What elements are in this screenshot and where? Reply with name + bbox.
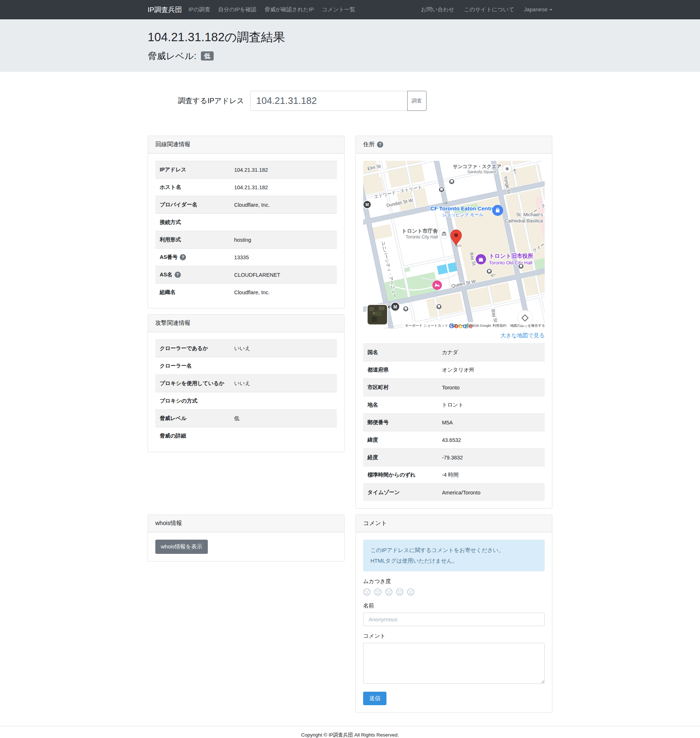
angry-face-icon[interactable] (374, 588, 382, 596)
nav-item-ip-lookup[interactable]: IPの調査 (188, 6, 210, 13)
table-row: IPアドレス104.21.31.182 (155, 161, 337, 179)
table-row: プロバイダー名Cloudflare, Inc. (155, 196, 337, 214)
map-terms-link[interactable]: 利用規約 (492, 323, 506, 328)
comment-info-line1: このIPアドレスに関するコメントをお寄せください。 (371, 545, 537, 555)
google-map[interactable]: Elm St エドワード・ストリート Dundas St W Yonge St … (363, 161, 545, 329)
poi-label-cityhall-ja: トロント市庁舎 (402, 228, 438, 234)
nav-item-threat-ips[interactable]: 脅威が確認されたIP (264, 6, 314, 13)
row-label: 脅威の詳細 (155, 427, 230, 445)
poi-label-stmichaels-1: St. Michael's (516, 212, 543, 217)
annoyance-rating (363, 588, 545, 596)
show-whois-button[interactable]: whois情報を表示 (155, 540, 208, 554)
nav-item-comments[interactable]: コメント一覧 (322, 6, 355, 13)
left-column: 回線関連情報 IPアドレス104.21.31.182 ホスト名104.21.31… (142, 136, 350, 452)
language-dropdown[interactable]: Japanese (524, 6, 552, 12)
satellite-layer-toggle[interactable] (367, 304, 388, 325)
row-value: -79.3832 (437, 449, 545, 466)
table-row: 緯度43.6532 (363, 431, 545, 449)
poi-label-stmichaels-2: Cathedral Basilica (504, 218, 543, 223)
subway-m: M (393, 304, 397, 310)
table-row: 利用形式hosting (155, 231, 337, 248)
row-label: 郵便番号 (363, 414, 437, 431)
hotel-icon[interactable] (432, 281, 442, 290)
table-row: 国名カナダ (363, 344, 545, 361)
nav-item-my-ip[interactable]: 自分のIPを確認 (218, 6, 256, 13)
help-icon[interactable]: ? (175, 272, 181, 278)
help-icon[interactable]: ? (180, 254, 186, 260)
navbar: IP調査兵団 IPの調査 自分のIPを確認 脅威が確認されたIP コメント一覧 … (0, 0, 700, 19)
ip-search-input[interactable] (250, 91, 407, 111)
map-pin-hole (454, 233, 458, 237)
help-icon[interactable]: ? (377, 141, 383, 148)
table-row: プロキシを使用しているかいいえ (155, 375, 337, 393)
row-value: 13335 (230, 248, 337, 266)
attack-info-card-title: 攻撃関連情報 (148, 315, 344, 332)
poi-label-eaton-en: CF Toronto Eaton Centre (430, 205, 495, 212)
table-row: 組織名Cloudflare, Inc. (155, 284, 337, 301)
angry-face-icon[interactable] (396, 588, 404, 596)
poi-oldcityhall-icon[interactable] (476, 254, 486, 265)
row-label-text: AS名 (160, 272, 172, 278)
ip-search-form: 調査するIPアドレス 調査 (142, 91, 558, 111)
address-card: 住所? (356, 136, 552, 509)
table-row: 郵便番号M5A (363, 414, 545, 431)
poi-label-cityhall-en: Toronto City Hall (406, 234, 438, 240)
nav-item-about[interactable]: このサイトについて (464, 6, 514, 12)
row-label-text: AS番号 (160, 254, 178, 260)
threat-level-label: 脅威レベル: (148, 50, 197, 62)
ip-search-button[interactable]: 調査 (407, 91, 426, 111)
row-label: 脅威レベル (155, 410, 230, 427)
google-map-canvas[interactable]: Elm St エドワード・ストリート Dundas St W Yonge St … (363, 161, 545, 329)
nav-item-contact[interactable]: お問い合わせ (421, 6, 454, 12)
attack-info-card: 攻撃関連情報 クローラーであるかいいえ クローラー名 プロキシを使用しているかい… (148, 314, 344, 452)
footer: Copyright © IP調査兵団 All Rights Reserved. (0, 726, 700, 738)
address-title-text: 住所 (363, 141, 375, 147)
comment-textarea[interactable] (363, 643, 545, 684)
table-row: 都道府県オンタリオ州 (363, 361, 545, 379)
table-row: 経度-79.3832 (363, 449, 545, 466)
poi-cityhall-icon[interactable] (439, 229, 449, 239)
table-row: プロキシの方式 (155, 393, 337, 410)
table-row: 脅威の詳細 (155, 427, 337, 445)
poi-eaton-icon[interactable] (492, 205, 503, 216)
table-row: AS名?CLOUDFLARENET (155, 266, 337, 284)
row-label: 緯度 (363, 431, 437, 449)
table-row: 地名トロント (363, 396, 545, 414)
angry-face-icon[interactable] (363, 588, 371, 596)
row-value: CLOUDFLARENET (230, 266, 337, 284)
view-larger-map-link[interactable]: 大きな地図で見る (363, 332, 545, 339)
row-value: 104.21.31.182 (230, 179, 337, 196)
whois-card-title: whois情報 (148, 515, 344, 532)
poi-label-oldcityhall-en: Toronto Old City Hall (489, 260, 532, 265)
fullscreen-button[interactable] (517, 310, 533, 326)
row-value: トロント (437, 396, 545, 414)
subway-station-icon[interactable]: M (363, 201, 371, 209)
row-value: Toronto (437, 379, 545, 396)
brand-link[interactable]: IP調査兵団 (148, 5, 182, 15)
row-label: 国名 (363, 344, 437, 361)
row-value (230, 427, 337, 445)
line-info-table: IPアドレス104.21.31.182 ホスト名104.21.31.182 プロ… (155, 161, 337, 301)
row-value (230, 214, 337, 231)
angry-face-icon[interactable] (385, 588, 393, 596)
row-value: hosting (230, 231, 337, 248)
rating-label: ムカつき度 (363, 578, 545, 585)
angry-face-icon[interactable] (407, 588, 415, 596)
ip-search-label: 調査するIPアドレス (178, 96, 244, 106)
poi-sankofa-dot (506, 168, 509, 170)
name-input[interactable] (363, 613, 545, 626)
table-row: 脅威レベル低 (155, 410, 337, 427)
row-value: -4 時間 (437, 466, 545, 484)
address-table: 国名カナダ 都道府県オンタリオ州 市区町村Toronto 地名トロント 郵便番号… (363, 344, 545, 501)
map-keyboard-shortcuts[interactable]: キーボード ショートカット (405, 323, 449, 328)
subway-station-icon[interactable]: M (391, 302, 400, 311)
comment-label: コメント (363, 633, 545, 640)
submit-button[interactable]: 送信 (363, 692, 387, 705)
poi-label-eaton-ja: ショッピング モール (442, 212, 484, 217)
poi-label-sankofa-ja: サンコファ・スクエア (453, 164, 501, 169)
map-data-attribution: 地図データ ©2026 Google (450, 323, 491, 328)
whois-card: whois情報 whois情報を表示 (148, 515, 344, 562)
row-label: AS名? (155, 266, 230, 284)
row-label: AS番号? (155, 248, 230, 266)
row-value: Cloudflare, Inc. (230, 196, 337, 214)
